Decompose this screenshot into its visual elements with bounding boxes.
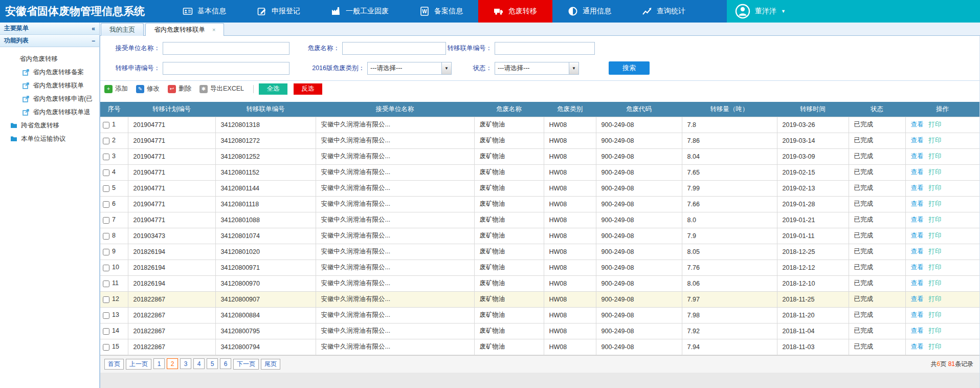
close-icon[interactable]: ×	[212, 27, 215, 33]
view-link[interactable]: 查看	[911, 184, 924, 191]
row-checkbox[interactable]	[103, 265, 109, 271]
add-label: 添加	[115, 84, 128, 93]
collapse-sidebar-icon[interactable]: «	[92, 25, 95, 32]
user-menu[interactable]: 董洋洋 ▼	[727, 0, 980, 23]
select-all-button[interactable]: 全选	[259, 83, 287, 95]
print-link[interactable]: 打印	[929, 279, 942, 287]
first-page-button[interactable]: 首页	[104, 359, 124, 370]
nav-item-basic-info[interactable]: 基本信息	[167, 0, 241, 23]
page-5-button[interactable]: 5	[207, 358, 218, 369]
sidebar-item-transfer-application[interactable]: 省内危废转移申请(已	[0, 92, 99, 105]
delete-label: 删除	[179, 84, 191, 93]
row-checkbox[interactable]	[103, 169, 109, 176]
function-list-header[interactable]: 功能列表 −	[0, 35, 99, 47]
row-checkbox[interactable]	[103, 281, 109, 287]
view-link[interactable]: 查看	[911, 264, 924, 271]
modify-button[interactable]: ✎ 修改	[136, 84, 160, 93]
nav-item-declaration[interactable]: 申报登记	[241, 0, 316, 23]
sidebar-item-interprovincial-transfer[interactable]: 跨省危废转移	[0, 119, 99, 132]
print-link[interactable]: 打印	[929, 295, 942, 303]
waste-name-input[interactable]	[342, 42, 446, 55]
main-menu-header[interactable]: 主要菜单 «	[0, 23, 99, 35]
row-checkbox[interactable]	[103, 201, 109, 208]
cell-plan-no: 201822867	[128, 307, 215, 323]
row-checkbox[interactable]	[103, 233, 109, 240]
view-link[interactable]: 查看	[911, 343, 924, 350]
nav-item-industrial-waste[interactable]: 一般工业固废	[316, 0, 404, 23]
view-link[interactable]: 查看	[911, 311, 924, 318]
category-select[interactable]: ---请选择--- ▼	[367, 62, 452, 75]
row-checkbox[interactable]	[103, 217, 109, 224]
view-link[interactable]: 查看	[911, 153, 924, 160]
page-3-button[interactable]: 3	[180, 358, 191, 369]
view-link[interactable]: 查看	[911, 295, 924, 303]
view-link[interactable]: 查看	[911, 279, 924, 287]
apply-no-input[interactable]	[163, 62, 289, 75]
print-link[interactable]: 打印	[929, 264, 942, 271]
print-link[interactable]: 打印	[929, 216, 942, 223]
export-excel-button[interactable]: ✱ 导出EXCEL	[199, 84, 244, 93]
print-link[interactable]: 打印	[929, 232, 942, 239]
print-link[interactable]: 打印	[929, 327, 942, 334]
manifest-no-input[interactable]	[495, 42, 595, 55]
view-link[interactable]: 查看	[911, 200, 924, 207]
print-link[interactable]: 打印	[929, 200, 942, 207]
chevron-down-icon[interactable]: ▼	[441, 62, 451, 74]
collapse-panel-icon[interactable]: −	[92, 37, 95, 45]
row-checkbox[interactable]	[103, 296, 109, 303]
print-link[interactable]: 打印	[929, 248, 942, 255]
sidebar-item-provincial-transfer[interactable]: 省内危废转移	[0, 52, 99, 66]
page-6-button[interactable]: 6	[220, 358, 231, 369]
cell-waste-code: 900-249-08	[596, 133, 682, 148]
view-link[interactable]: 查看	[911, 327, 924, 334]
prev-page-button[interactable]: 上一页	[126, 359, 151, 370]
table-row: 1420182286734120800795安徽中久润滑油有限公...废矿物油H…	[100, 323, 979, 339]
sidebar-item-transfer-record[interactable]: 省内危废转移备案	[0, 66, 99, 79]
next-page-button[interactable]: 下一页	[233, 359, 259, 370]
row-checkbox[interactable]	[103, 154, 109, 160]
view-link[interactable]: 查看	[911, 121, 924, 128]
receiver-name-input[interactable]	[163, 42, 289, 55]
print-link[interactable]: 打印	[929, 311, 942, 318]
row-checkbox[interactable]	[103, 138, 109, 144]
nav-item-general-info[interactable]: 通用信息	[552, 0, 627, 23]
sidebar-item-manifest-return[interactable]: 省内危废转移联单退	[0, 105, 99, 119]
nav-item-filing-info[interactable]: W 备案信息	[404, 0, 478, 23]
print-link[interactable]: 打印	[929, 121, 942, 128]
row-checkbox[interactable]	[103, 328, 109, 335]
status-select[interactable]: ---请选择--- ▼	[495, 62, 579, 75]
row-checkbox[interactable]	[103, 249, 109, 255]
row-checkbox[interactable]	[103, 312, 109, 319]
nav-item-hazardous-transfer[interactable]: 危废转移	[478, 0, 552, 23]
last-page-button[interactable]: 尾页	[261, 359, 280, 370]
sidebar-item-transfer-manifest[interactable]: 省内危废转移联单	[0, 79, 99, 92]
table-row: 620190477134120801118安徽中久润滑油有限公...废矿物油HW…	[100, 196, 979, 212]
row-checkbox[interactable]	[103, 122, 109, 128]
row-checkbox[interactable]	[103, 185, 109, 192]
print-link[interactable]: 打印	[929, 137, 942, 144]
tab-transfer-manifest[interactable]: 省内危废转移联单 ×	[145, 23, 224, 36]
view-link[interactable]: 查看	[911, 248, 924, 255]
view-link[interactable]: 查看	[911, 232, 924, 239]
page-1-button[interactable]: 1	[153, 358, 165, 369]
add-button[interactable]: + 添加	[104, 84, 128, 93]
invert-selection-button[interactable]: 反选	[294, 83, 322, 95]
view-link[interactable]: 查看	[911, 168, 924, 176]
cell-transfer-date: 2019-01-21	[777, 212, 849, 228]
print-link[interactable]: 打印	[929, 153, 942, 160]
row-checkbox[interactable]	[103, 344, 109, 351]
print-link[interactable]: 打印	[929, 343, 942, 350]
page-2-button[interactable]: 2	[167, 358, 178, 369]
tab-my-homepage[interactable]: 我的主页	[101, 23, 144, 36]
nav-item-query-stats[interactable]: 查询统计	[627, 0, 701, 23]
sidebar-item-transport-agreement[interactable]: 本单位运输协议	[0, 132, 99, 145]
print-link[interactable]: 打印	[929, 168, 942, 176]
print-link[interactable]: 打印	[929, 184, 942, 191]
search-button[interactable]: 搜索	[609, 61, 650, 75]
chevron-down-icon[interactable]: ▼	[569, 62, 578, 74]
view-link[interactable]: 查看	[911, 137, 924, 144]
view-link[interactable]: 查看	[911, 216, 924, 223]
page-4-button[interactable]: 4	[193, 358, 205, 369]
delete-button[interactable]: ↩ 删除	[168, 84, 191, 93]
column-header-receiver: 接受单位名称	[316, 102, 474, 117]
